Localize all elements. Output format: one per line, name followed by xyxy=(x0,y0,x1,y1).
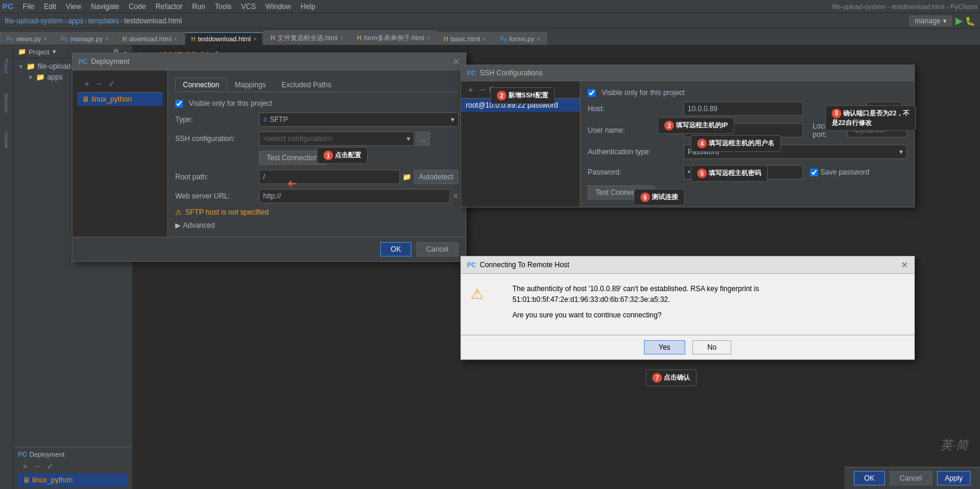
ok-button[interactable]: OK xyxy=(380,242,411,256)
close-icon[interactable]: × xyxy=(426,35,430,41)
menu-view[interactable]: View xyxy=(61,1,86,12)
run-button[interactable]: ▶ xyxy=(955,15,963,26)
type-select[interactable]: ≡ SFTP ▾ xyxy=(259,112,459,127)
check-deployment-button[interactable]: ✓ xyxy=(106,78,118,90)
manage-button[interactable]: manage ▾ xyxy=(909,16,952,26)
auth-type-select[interactable]: Password ▾ xyxy=(683,145,907,159)
menu-run[interactable]: Run xyxy=(187,1,210,12)
check-server-button[interactable]: ✓ xyxy=(44,460,56,472)
html-icon: H xyxy=(357,35,361,41)
ssh-dialog[interactable]: PC SSH Configurations + − ⎘ root@10.0.0.… xyxy=(460,65,915,207)
tab-file-checkbox[interactable]: H 文件复选框全选.html × xyxy=(264,30,350,45)
breadcrumb-root[interactable]: file-upload-system xyxy=(5,17,63,25)
outer-cancel-button[interactable]: Cancel xyxy=(890,471,932,485)
host-input[interactable] xyxy=(683,102,803,116)
sidebar-structure[interactable]: Structure xyxy=(1,85,13,121)
close-icon[interactable]: × xyxy=(174,36,178,42)
tab-form-multi[interactable]: H form多表单例子.html × xyxy=(350,30,436,45)
remove-server-button[interactable]: − xyxy=(32,460,42,472)
pc-icon: PC xyxy=(78,58,87,65)
tab-manage-py[interactable]: Py manage.py × xyxy=(54,32,115,45)
close-icon[interactable]: ✕ xyxy=(453,57,460,66)
menu-navigate[interactable]: Navigate xyxy=(86,1,124,12)
tab-basic-html[interactable]: H basic.html × xyxy=(437,32,493,45)
yes-button[interactable]: Yes xyxy=(644,340,686,354)
sidebar-project[interactable]: Project xyxy=(1,48,13,84)
deployment-server-list: + − ✓ 🖥 linux_python xyxy=(72,71,168,237)
breadcrumb-templates[interactable]: templates xyxy=(88,17,119,25)
menu-vcs[interactable]: VCS xyxy=(236,1,261,12)
outer-ok-button[interactable]: OK xyxy=(854,471,884,485)
close-icon[interactable]: × xyxy=(483,36,486,42)
test-conn-row: Test Connection xyxy=(588,185,907,200)
root-path-input[interactable] xyxy=(259,170,400,184)
remove-deployment-button[interactable]: − xyxy=(94,78,103,90)
menu-code[interactable]: Code xyxy=(124,1,151,12)
autodetect-button[interactable]: Autodetect xyxy=(414,170,459,184)
clear-icon[interactable]: ✕ xyxy=(453,192,459,200)
add-ssh-button[interactable]: + xyxy=(466,84,475,96)
ssh-config-dots-button[interactable]: ... xyxy=(416,132,430,146)
tab-label: views.py xyxy=(16,35,41,42)
close-icon[interactable]: × xyxy=(537,36,541,42)
deployment-dialog[interactable]: PC Deployment ✕ + − ✓ 🖥 linux_python xyxy=(72,53,466,262)
menu-window[interactable]: Window xyxy=(261,1,296,12)
menu-help[interactable]: Help xyxy=(296,1,320,12)
debug-button[interactable]: 🐛 xyxy=(965,16,975,26)
web-url-input[interactable] xyxy=(259,189,450,203)
menu-tools[interactable]: Tools xyxy=(210,1,236,12)
tab-mappings[interactable]: Mappings xyxy=(227,78,274,91)
port-input[interactable] xyxy=(866,102,902,116)
breadcrumb-apps[interactable]: apps xyxy=(68,17,83,25)
server-item-linux-python[interactable]: 🖥 linux_python xyxy=(18,473,127,487)
deployment-form: Connection Mappings Excluded Paths Visib… xyxy=(168,71,466,237)
ssh-config-select[interactable]: <select configuration> ▾ xyxy=(259,132,414,146)
ssh-config-placeholder: <select configuration> xyxy=(263,135,333,143)
outer-apply-button[interactable]: Apply xyxy=(937,471,970,485)
close-icon[interactable]: ✕ xyxy=(901,260,908,270)
save-password-checkbox[interactable] xyxy=(810,169,818,176)
localport-input[interactable] xyxy=(847,123,907,137)
no-button[interactable]: No xyxy=(692,340,731,354)
test-connection-button[interactable]: Test Connection xyxy=(588,185,655,200)
deployment-label: Deployment xyxy=(29,451,65,458)
menu-refactor[interactable]: Refactor xyxy=(151,1,187,12)
sftp-icon: ≡ xyxy=(263,115,267,124)
tab-connection[interactable]: Connection xyxy=(175,78,227,91)
close-icon[interactable]: × xyxy=(44,36,47,42)
add-server-button[interactable]: + xyxy=(20,460,30,472)
visible-only-checkbox[interactable] xyxy=(175,100,183,108)
close-icon[interactable]: × xyxy=(340,35,344,41)
username-label: User name: xyxy=(588,126,683,135)
test-connection-button[interactable]: Test Connection xyxy=(259,151,326,165)
tab-forms-py[interactable]: Py forms.py × xyxy=(493,32,547,45)
tab-download-html[interactable]: H download.html × xyxy=(116,32,184,45)
deployment-server-item[interactable]: 🖥 linux_python xyxy=(77,93,163,106)
ssh-config-label: SSH configuration: xyxy=(175,135,259,143)
menu-file[interactable]: File xyxy=(18,1,39,12)
add-deployment-button[interactable]: + xyxy=(82,78,91,90)
ssh-visible-checkbox[interactable] xyxy=(588,89,596,97)
tab-views-py[interactable]: Py views.py × xyxy=(0,32,54,45)
server-name: linux_python xyxy=(32,476,72,484)
chevron-down-icon: ▾ xyxy=(53,48,56,56)
tab-testdownload-html[interactable]: H testdownload.html × xyxy=(185,32,264,45)
password-input[interactable] xyxy=(683,165,803,179)
copy-icon[interactable]: ⎘ xyxy=(490,85,494,94)
username-input[interactable] xyxy=(683,123,803,137)
ssh-list-item[interactable]: root@10.0.0.89:22 password xyxy=(461,99,580,112)
sidebar-commit[interactable]: Commit xyxy=(1,122,13,158)
chevron-right-icon: ▶ xyxy=(175,221,181,230)
connecting-body: ⚠ The authenticity of host '10.0.0.89' c… xyxy=(461,274,914,335)
close-icon[interactable]: × xyxy=(254,36,257,42)
warning-row: ⚠ SFTP host is not specified xyxy=(175,208,459,216)
remove-ssh-button[interactable]: − xyxy=(478,84,487,96)
menu-edit[interactable]: Edit xyxy=(39,1,61,12)
tab-excluded-paths[interactable]: Excluded Paths xyxy=(274,78,339,91)
close-icon[interactable]: × xyxy=(105,36,109,42)
advanced-row[interactable]: ▶ Advanced xyxy=(175,221,459,230)
cancel-button[interactable]: Cancel xyxy=(416,242,459,256)
folder-browse-icon[interactable]: 📁 xyxy=(402,173,411,181)
html-icon: H xyxy=(191,36,196,42)
connecting-dialog[interactable]: PC Connecting To Remote Host ✕ ⚠ The aut… xyxy=(460,256,915,360)
